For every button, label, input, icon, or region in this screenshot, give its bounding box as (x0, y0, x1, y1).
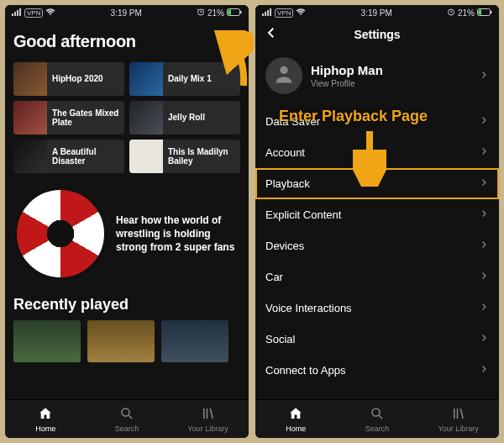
battery-percent: 21% (207, 8, 224, 18)
recent-card[interactable] (87, 320, 155, 362)
menu-item-label: Connect to Apps (265, 364, 345, 377)
svg-rect-0 (12, 13, 13, 16)
nav-home[interactable]: Home (5, 400, 87, 438)
menu-item-label: Devices (265, 240, 304, 252)
menu-item-explicit[interactable]: Explicit Content (255, 199, 499, 230)
chevron-right-icon (479, 333, 489, 345)
mix-tile[interactable]: Jelly Roll (129, 101, 240, 134)
menu-item-label: Data Saver (265, 115, 320, 128)
recent-card[interactable] (13, 320, 81, 362)
chevron-right-icon (479, 68, 489, 83)
menu-item-label: Account (265, 146, 305, 159)
menu-item-label: Voice Interactions (265, 302, 352, 314)
home-icon (38, 406, 53, 423)
menu-item-social[interactable]: Social (255, 324, 499, 355)
mix-tile-label: A Beautiful Disaster (47, 147, 124, 166)
recently-played-heading: Recently played (5, 286, 249, 317)
svg-rect-13 (270, 8, 271, 16)
signal-icon (12, 8, 22, 18)
svg-rect-7 (240, 11, 242, 13)
promo-card[interactable]: Hear how the world of wrestling is holdi… (5, 175, 249, 286)
library-icon (451, 406, 466, 423)
signal-icon (262, 8, 272, 18)
library-icon (201, 406, 216, 423)
chevron-right-icon (479, 302, 489, 314)
status-bar: VPN 3:19 PM 21% (255, 5, 499, 20)
menu-item-label: Explicit Content (265, 208, 341, 221)
menu-item-label: Playback (265, 177, 310, 190)
menu-item-label: Social (265, 333, 295, 345)
status-bar: VPN 3:19 PM 21% (5, 5, 249, 20)
nav-label: Your Library (188, 425, 228, 433)
vpn-indicator: VPN (275, 8, 293, 18)
bottom-nav: Home Search Your Library (5, 399, 249, 438)
chevron-right-icon (479, 115, 489, 128)
chevron-right-icon (479, 146, 489, 159)
menu-item-car[interactable]: Car (255, 261, 499, 293)
recent-card[interactable] (161, 320, 228, 362)
search-icon (119, 406, 134, 423)
search-icon (370, 406, 385, 423)
mix-tile-label: HipHop 2020 (47, 74, 108, 84)
user-icon (272, 62, 296, 89)
svg-point-18 (280, 66, 287, 74)
promo-text: Hear how the world of wrestling is holdi… (116, 214, 240, 255)
nav-home[interactable]: Home (255, 400, 337, 438)
mix-tile[interactable]: A Beautiful Disaster (13, 140, 124, 173)
svg-rect-10 (262, 13, 264, 16)
svg-rect-3 (19, 8, 21, 16)
nav-label: Search (115, 425, 139, 433)
nav-library[interactable]: Your Library (167, 400, 249, 438)
battery-percent: 21% (458, 8, 475, 18)
bottom-nav: Home Search Your Library (255, 399, 499, 438)
nav-label: Home (35, 425, 55, 433)
home-icon (288, 406, 303, 423)
status-time: 3:19 PM (111, 8, 142, 18)
profile-name: Hiphop Man (311, 63, 383, 77)
svg-rect-6 (228, 9, 232, 14)
battery-icon (227, 8, 242, 18)
svg-rect-2 (17, 10, 18, 16)
mix-tile-label: The Gates Mixed Plate (47, 108, 124, 128)
menu-item-devices[interactable]: Devices (255, 230, 499, 261)
phone-settings: VPN 3:19 PM 21% Settings (255, 5, 499, 438)
battery-icon (477, 8, 492, 18)
chevron-right-icon (479, 271, 489, 283)
svg-rect-12 (267, 10, 269, 16)
profile-row[interactable]: Hiphop Man View Profile (255, 49, 499, 106)
nav-label: Search (365, 425, 390, 433)
nav-search[interactable]: Search (337, 400, 418, 438)
chevron-right-icon (479, 240, 489, 252)
chevron-right-icon (479, 364, 489, 377)
mix-tile[interactable]: The Gates Mixed Plate (13, 101, 124, 134)
nav-label: Your Library (438, 425, 479, 433)
greeting-heading: Good afternoon (13, 32, 136, 51)
annotation-arrow-to-gear (203, 30, 254, 89)
svg-rect-1 (14, 12, 16, 16)
nav-label: Home (286, 425, 306, 433)
menu-item-label: Car (265, 271, 283, 283)
avatar (265, 57, 302, 94)
alarm-icon (447, 8, 455, 18)
mix-tile-label: Jelly Roll (163, 113, 210, 123)
recently-played-row[interactable] (5, 317, 249, 362)
settings-title: Settings (255, 28, 499, 41)
mix-tile[interactable]: This Is Madilyn Bailey (129, 140, 240, 173)
mix-tile-label: This Is Madilyn Bailey (163, 147, 240, 166)
mix-tile[interactable]: HipHop 2020 (13, 62, 124, 96)
vpn-indicator: VPN (24, 8, 43, 18)
svg-rect-16 (479, 9, 482, 14)
chevron-right-icon (479, 208, 489, 221)
chevron-right-icon (479, 177, 489, 190)
alarm-icon (197, 8, 205, 18)
wifi-icon (296, 8, 306, 18)
svg-rect-11 (265, 12, 266, 16)
nav-search[interactable]: Search (87, 400, 168, 438)
svg-point-19 (372, 409, 380, 416)
promo-artwork (13, 187, 108, 281)
nav-library[interactable]: Your Library (417, 400, 499, 438)
svg-rect-17 (491, 11, 492, 13)
status-time: 3:19 PM (361, 8, 392, 18)
menu-item-connect[interactable]: Connect to Apps (255, 355, 499, 386)
menu-item-voice[interactable]: Voice Interactions (255, 293, 499, 324)
